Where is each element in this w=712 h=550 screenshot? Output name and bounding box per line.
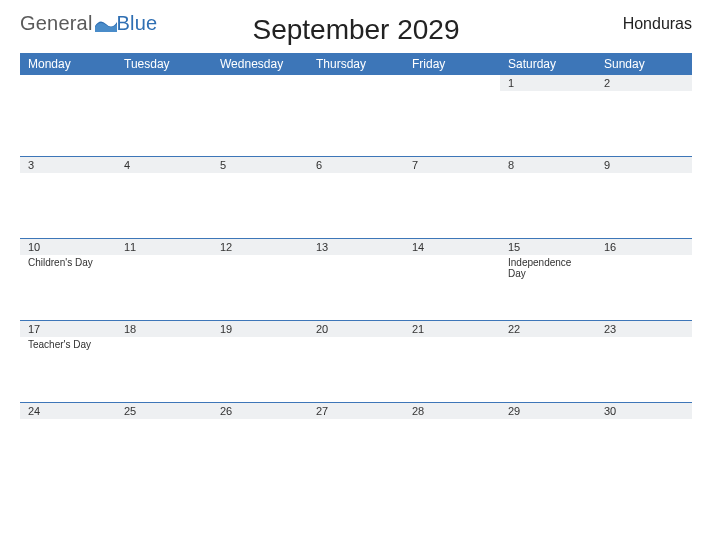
day-cell: 12 — [212, 239, 308, 320]
day-cell: 29 — [500, 403, 596, 485]
week-row: 17Teacher's Day181920212223 — [20, 321, 692, 403]
date-number: 10 — [20, 239, 116, 255]
day-header-row: Monday Tuesday Wednesday Thursday Friday… — [20, 53, 692, 75]
date-number: 22 — [500, 321, 596, 337]
date-number: 23 — [596, 321, 692, 337]
day-header: Monday — [20, 53, 116, 75]
event-label: Independence Day — [500, 255, 596, 279]
day-cell: 22 — [500, 321, 596, 402]
date-number: 2 — [596, 75, 692, 91]
day-cell — [212, 75, 308, 156]
date-number: 20 — [308, 321, 404, 337]
day-cell: 2 — [596, 75, 692, 156]
day-header: Tuesday — [116, 53, 212, 75]
brand-part2: Blue — [117, 12, 158, 35]
day-cell: 15Independence Day — [500, 239, 596, 320]
date-number — [212, 75, 308, 91]
date-number: 7 — [404, 157, 500, 173]
date-number: 8 — [500, 157, 596, 173]
day-cell — [116, 75, 212, 156]
date-number: 3 — [20, 157, 116, 173]
day-cell — [20, 75, 116, 156]
day-cell: 8 — [500, 157, 596, 238]
day-cell: 30 — [596, 403, 692, 485]
date-number: 17 — [20, 321, 116, 337]
day-cell: 28 — [404, 403, 500, 485]
date-number: 29 — [500, 403, 596, 419]
day-cell: 16 — [596, 239, 692, 320]
day-cell: 14 — [404, 239, 500, 320]
day-cell: 26 — [212, 403, 308, 485]
day-cell: 17Teacher's Day — [20, 321, 116, 402]
calendar: Monday Tuesday Wednesday Thursday Friday… — [20, 53, 692, 485]
date-number: 11 — [116, 239, 212, 255]
day-header: Thursday — [308, 53, 404, 75]
date-number: 12 — [212, 239, 308, 255]
day-cell: 27 — [308, 403, 404, 485]
date-number: 6 — [308, 157, 404, 173]
day-cell: 18 — [116, 321, 212, 402]
week-row: 24252627282930 — [20, 403, 692, 485]
day-cell: 3 — [20, 157, 116, 238]
date-number: 28 — [404, 403, 500, 419]
day-cell: 10Children's Day — [20, 239, 116, 320]
day-cell — [404, 75, 500, 156]
date-number — [308, 75, 404, 91]
date-number: 27 — [308, 403, 404, 419]
week-row: 10Children's Day1112131415Independence D… — [20, 239, 692, 321]
day-header: Wednesday — [212, 53, 308, 75]
day-cell: 20 — [308, 321, 404, 402]
day-cell: 13 — [308, 239, 404, 320]
day-header: Friday — [404, 53, 500, 75]
date-number: 13 — [308, 239, 404, 255]
country-label: Honduras — [623, 15, 692, 33]
brand-logo: General Blue — [20, 12, 157, 35]
date-number: 9 — [596, 157, 692, 173]
date-number — [404, 75, 500, 91]
day-cell: 11 — [116, 239, 212, 320]
day-cell: 9 — [596, 157, 692, 238]
header: General Blue September 2029 Honduras — [20, 12, 692, 35]
day-cell: 6 — [308, 157, 404, 238]
day-cell: 21 — [404, 321, 500, 402]
date-number: 19 — [212, 321, 308, 337]
day-cell: 23 — [596, 321, 692, 402]
event-label: Teacher's Day — [20, 337, 116, 350]
day-cell: 4 — [116, 157, 212, 238]
day-cell: 19 — [212, 321, 308, 402]
date-number: 1 — [500, 75, 596, 91]
day-header: Saturday — [500, 53, 596, 75]
date-number: 30 — [596, 403, 692, 419]
date-number: 16 — [596, 239, 692, 255]
date-number: 21 — [404, 321, 500, 337]
date-number: 14 — [404, 239, 500, 255]
date-number: 24 — [20, 403, 116, 419]
date-number — [20, 75, 116, 91]
day-cell: 1 — [500, 75, 596, 156]
date-number: 26 — [212, 403, 308, 419]
day-header: Sunday — [596, 53, 692, 75]
week-row: 3456789 — [20, 157, 692, 239]
day-cell: 24 — [20, 403, 116, 485]
date-number: 25 — [116, 403, 212, 419]
brand-wave-icon — [95, 16, 117, 32]
date-number: 18 — [116, 321, 212, 337]
brand-part1: General — [20, 12, 93, 35]
page-title: September 2029 — [252, 14, 459, 46]
date-number: 5 — [212, 157, 308, 173]
day-cell: 25 — [116, 403, 212, 485]
event-label: Children's Day — [20, 255, 116, 268]
day-cell — [308, 75, 404, 156]
week-row: 12 — [20, 75, 692, 157]
date-number — [116, 75, 212, 91]
date-number: 4 — [116, 157, 212, 173]
day-cell: 7 — [404, 157, 500, 238]
date-number: 15 — [500, 239, 596, 255]
day-cell: 5 — [212, 157, 308, 238]
